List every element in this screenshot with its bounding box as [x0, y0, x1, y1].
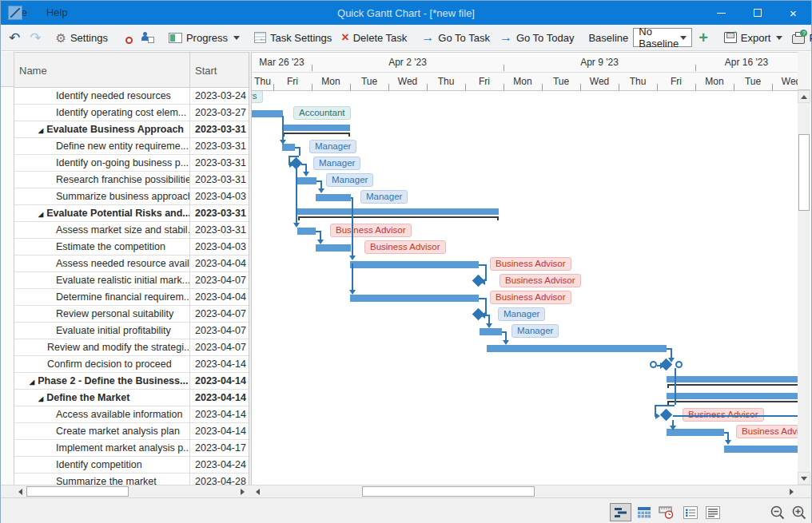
- view-grid-button[interactable]: [633, 503, 655, 521]
- gantt-bar[interactable]: [252, 110, 283, 117]
- task-start-cell[interactable]: 2023-04-07: [190, 339, 249, 356]
- task-start-cell[interactable]: 2023-04-04: [190, 289, 249, 306]
- task-name-cell[interactable]: Identify needed resources: [14, 88, 190, 105]
- add-baseline-button[interactable]: +: [692, 30, 714, 46]
- task-start-cell[interactable]: 2023-03-27: [190, 105, 249, 121]
- task-start-cell[interactable]: 2023-04-14: [190, 406, 249, 423]
- table-row[interactable]: ◢Evaluate Business Approach2023-03-31: [14, 121, 249, 138]
- task-start-cell[interactable]: 2023-04-14: [190, 423, 249, 440]
- task-start-cell[interactable]: 2023-04-14: [190, 356, 249, 373]
- task-start-cell[interactable]: 2023-04-03: [190, 239, 249, 256]
- task-name-cell[interactable]: Implement market analysis p...: [14, 440, 190, 457]
- go-to-today-button[interactable]: → Go To Today: [495, 27, 579, 48]
- task-name-cell[interactable]: Assess market size and stabil...: [14, 222, 190, 239]
- column-header-name[interactable]: Name: [14, 53, 190, 88]
- task-name-cell[interactable]: Create market analysis plan: [14, 423, 190, 440]
- task-name-cell[interactable]: Identify competition: [14, 457, 190, 473]
- scroll-left-button[interactable]: [252, 486, 264, 497]
- task-start-cell[interactable]: 2023-04-07: [190, 306, 249, 323]
- task-name-cell[interactable]: Review personal suitability: [14, 306, 190, 323]
- gantt-bar[interactable]: [297, 177, 316, 184]
- close-button[interactable]: ×: [775, 1, 811, 25]
- table-row[interactable]: Estimate the competition2023-04-03: [14, 239, 249, 256]
- task-settings-button[interactable]: Task Settings: [249, 27, 336, 48]
- table-row[interactable]: ◢Evaluate Potential Risks and...2023-03-…: [14, 205, 249, 222]
- task-start-cell[interactable]: 2023-03-31: [190, 172, 249, 188]
- undo-button[interactable]: ↶: [4, 27, 25, 48]
- task-name-cell[interactable]: Evaluate realistic initial mark...: [14, 272, 190, 289]
- task-name-cell[interactable]: ◢Evaluate Potential Risks and...: [14, 205, 190, 222]
- column-header-start[interactable]: Start: [190, 53, 249, 88]
- table-row[interactable]: Review and modify the strategi...2023-04…: [14, 339, 249, 356]
- task-start-cell[interactable]: 2023-03-31: [190, 155, 249, 172]
- task-name-cell[interactable]: Determine financial requirem...: [14, 289, 190, 306]
- task-name-cell[interactable]: Review and modify the strategi...: [14, 339, 190, 356]
- task-start-cell[interactable]: 2023-04-28: [190, 473, 249, 485]
- expander-icon[interactable]: ◢: [38, 127, 43, 134]
- gantt-bar[interactable]: [316, 244, 351, 252]
- gantt-summary-bar[interactable]: [667, 376, 798, 382]
- task-start-cell[interactable]: 2023-03-24: [190, 88, 249, 105]
- print-button[interactable]: Print...: [787, 27, 812, 48]
- baseline-dropdown[interactable]: No Baseline: [633, 28, 692, 47]
- view-task-list-button[interactable]: [679, 503, 701, 521]
- scroll-up-button[interactable]: [798, 90, 810, 103]
- gantt-summary-bar[interactable]: [667, 393, 798, 399]
- task-name-cell[interactable]: Assess needed resource avail...: [14, 256, 190, 272]
- settings-button[interactable]: ⚙ Settings: [51, 27, 113, 48]
- gantt-bar[interactable]: [282, 144, 295, 151]
- gantt-bar[interactable]: [487, 345, 667, 352]
- task-start-cell[interactable]: 2023-04-03: [190, 188, 249, 205]
- table-row[interactable]: Define new entity requireme...2023-03-31: [14, 138, 249, 155]
- gantt-bar[interactable]: [297, 228, 316, 235]
- progress-button[interactable]: Progress: [164, 27, 245, 48]
- resources-button[interactable]: [113, 27, 136, 48]
- zoom-in-button[interactable]: [790, 503, 808, 521]
- chart-horizontal-scrollbar[interactable]: [252, 485, 798, 498]
- chart-h-scroll-thumb[interactable]: [362, 486, 535, 497]
- view-report-button[interactable]: [702, 503, 723, 521]
- table-row[interactable]: Evaluate realistic initial mark...2023-0…: [14, 272, 249, 289]
- task-name-cell[interactable]: Summarize the market: [14, 473, 190, 485]
- table-row[interactable]: Identify needed resources2023-03-24: [14, 88, 249, 105]
- task-start-cell[interactable]: 2023-04-14: [190, 390, 249, 406]
- task-name-cell[interactable]: Research franchise possibilities: [14, 172, 190, 188]
- task-start-cell[interactable]: 2023-03-31: [190, 205, 249, 222]
- task-name-cell[interactable]: Access available information: [14, 406, 190, 423]
- table-row[interactable]: Assess needed resource avail...2023-04-0…: [14, 256, 249, 272]
- assign-resource-button[interactable]: [136, 27, 159, 48]
- maximize-button[interactable]: [739, 1, 775, 25]
- expander-icon[interactable]: ◢: [38, 395, 43, 402]
- table-row[interactable]: Confirm decision to proceed2023-04-14: [14, 356, 249, 373]
- task-start-cell[interactable]: 2023-03-31: [190, 121, 249, 138]
- table-row[interactable]: ◢Phase 2 - Define the Business...2023-04…: [14, 373, 249, 390]
- table-row[interactable]: Create market analysis plan2023-04-14: [14, 423, 249, 440]
- milestone-handle[interactable]: [675, 361, 683, 368]
- gantt-bar[interactable]: [350, 261, 479, 268]
- table-row[interactable]: ◢Define the Market2023-04-14: [14, 390, 249, 406]
- table-row[interactable]: Review personal suitability2023-04-07: [14, 306, 249, 323]
- menu-help[interactable]: Help: [37, 1, 78, 25]
- task-name-cell[interactable]: ◢Define the Market: [14, 390, 190, 406]
- scroll-right-button[interactable]: [237, 486, 249, 497]
- task-start-cell[interactable]: 2023-04-24: [190, 457, 249, 473]
- task-start-cell[interactable]: 2023-04-07: [190, 323, 249, 339]
- task-name-cell[interactable]: Identify on-going business p...: [14, 155, 190, 172]
- scroll-left-button[interactable]: [14, 486, 26, 497]
- table-h-scroll-thumb[interactable]: [26, 486, 129, 497]
- gantt-summary-bar[interactable]: [297, 208, 499, 215]
- expander-icon[interactable]: ◢: [38, 211, 43, 218]
- table-row[interactable]: Evaluate initial profitability2023-04-07: [14, 323, 249, 339]
- table-row[interactable]: Summarize the market2023-04-28: [14, 473, 249, 485]
- task-name-cell[interactable]: ◢Phase 2 - Define the Business...: [14, 373, 190, 390]
- gantt-bar[interactable]: [480, 328, 502, 335]
- milestone-handle[interactable]: [650, 361, 657, 368]
- table-row[interactable]: Access available information2023-04-14: [14, 406, 249, 423]
- task-start-cell[interactable]: 2023-04-17: [190, 440, 249, 457]
- redo-button[interactable]: ↷: [25, 27, 46, 48]
- task-name-cell[interactable]: Evaluate initial profitability: [14, 323, 190, 339]
- table-row[interactable]: Identify on-going business p...2023-03-3…: [14, 155, 249, 172]
- scroll-right-button[interactable]: [786, 486, 798, 497]
- delete-task-button[interactable]: × Delete Task: [336, 27, 412, 48]
- view-gantt-button[interactable]: [610, 503, 631, 521]
